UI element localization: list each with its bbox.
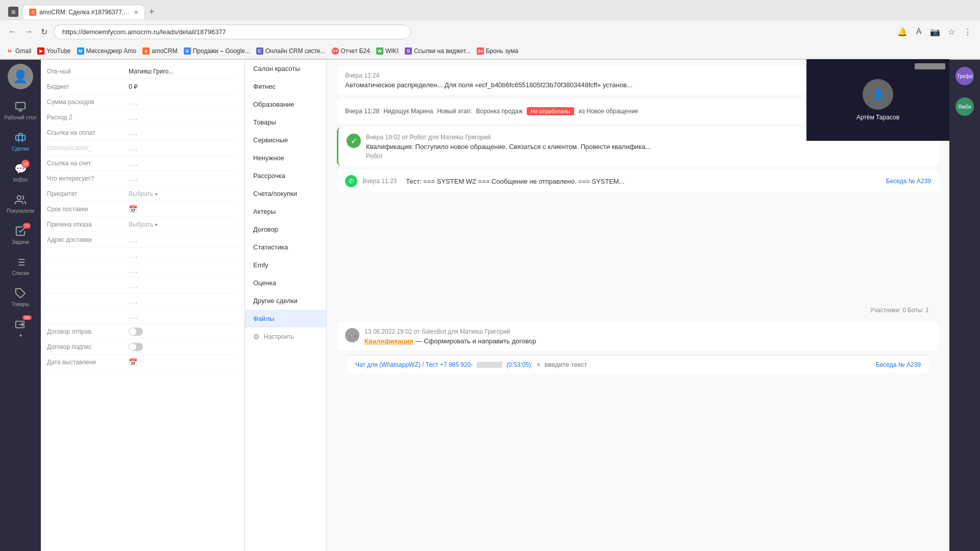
chat-text-input[interactable] bbox=[545, 361, 872, 368]
menu-item-statistics[interactable]: Статистика bbox=[245, 238, 326, 256]
stage-to: из Новое обращение bbox=[578, 108, 638, 115]
sidebar-item-customers[interactable]: Покупатели bbox=[2, 189, 39, 218]
menu-item-other-deals[interactable]: Другие сделки bbox=[245, 292, 326, 310]
customers-icon bbox=[13, 193, 28, 207]
bookmark-google[interactable]: G Продажи – Google... bbox=[184, 47, 250, 55]
sidebar-extra-label: ▾ bbox=[19, 333, 22, 338]
sidebar-item-tasks[interactable]: 71 Задачи bbox=[2, 220, 39, 249]
priority-value[interactable]: Выбрать ▾ bbox=[129, 190, 238, 197]
menu-item-beauty[interactable]: Салон красоты bbox=[245, 60, 326, 78]
contract-signed-toggle[interactable] bbox=[129, 343, 238, 351]
menu-item-settings[interactable]: ⚙ Настроить bbox=[245, 328, 326, 346]
field-invoice-link: Ссылка на счет ... bbox=[47, 156, 238, 171]
screenshot-icon[interactable]: 📷 bbox=[929, 26, 941, 38]
responsible-value[interactable]: Матияш Григо... bbox=[129, 68, 238, 75]
sidebar-item-deals[interactable]: Сделки bbox=[2, 127, 39, 156]
desktop-icon bbox=[13, 99, 28, 114]
empty-5-value[interactable]: ... bbox=[129, 312, 238, 321]
field-empty-3: ... bbox=[47, 278, 238, 293]
user-avatar[interactable]: 👤 bbox=[8, 64, 33, 89]
expense2-value[interactable]: ... bbox=[129, 113, 238, 122]
bookmark-wiki[interactable]: W WIKI bbox=[376, 47, 399, 55]
field-reject-reason: Причина отказа Выбрать ▾ bbox=[47, 217, 238, 232]
menu-item-products[interactable]: Товары bbox=[245, 113, 326, 131]
bookmark-gmail-label: Gmail bbox=[15, 47, 31, 55]
invoice-date-value[interactable]: 📅 bbox=[129, 358, 238, 366]
empty-1-value[interactable]: ... bbox=[129, 251, 238, 260]
sidebar-item-desktop[interactable]: Рабочий стол bbox=[2, 95, 39, 124]
tab-close-button[interactable]: × bbox=[134, 8, 138, 16]
active-tab[interactable]: a amoCRM: Сделка #18796377, д... × bbox=[22, 5, 145, 19]
video-person-name: Артём Тарасов bbox=[856, 114, 899, 121]
interested-label: Что интересует? bbox=[47, 175, 129, 182]
empty-2-value[interactable]: ... bbox=[129, 266, 238, 275]
invoice-link-value[interactable]: ... bbox=[129, 159, 238, 168]
translate-icon[interactable]: A bbox=[913, 26, 925, 38]
menu-item-invoices[interactable]: Счета/покупки bbox=[245, 185, 326, 203]
contract-sent-toggle[interactable] bbox=[129, 328, 238, 336]
expenses-value[interactable]: ... bbox=[129, 97, 238, 107]
new-tab-button[interactable]: + bbox=[145, 5, 159, 19]
address-bar[interactable]: https://demoemfycom.amocrm.ru/leads/deta… bbox=[54, 24, 411, 39]
chat-conversation-link[interactable]: Беседа № A239 bbox=[876, 361, 921, 368]
bookmark-crm-online[interactable]: C Онлайн CRM систе... bbox=[256, 47, 326, 55]
back-button[interactable]: ← bbox=[6, 25, 18, 38]
bookmark-wiki-label: WIKI bbox=[385, 47, 399, 55]
menu-item-rating[interactable]: Оценка bbox=[245, 274, 326, 292]
field-delivery-date: Срок поставки 📅 bbox=[47, 202, 238, 217]
links-favicon: S bbox=[405, 47, 412, 55]
chat-footer-dropdown[interactable]: ▾ bbox=[537, 361, 541, 368]
menu-item-emfy[interactable]: Emfy bbox=[245, 256, 326, 274]
bookmark-bron[interactable]: 24 Бронь зума bbox=[477, 47, 519, 55]
bookmark-youtube[interactable]: ▶ YouTube bbox=[37, 47, 70, 55]
right-sidebar-item-1[interactable]: Трефи bbox=[952, 64, 977, 90]
budget-value[interactable]: 0 ₽ bbox=[129, 83, 238, 90]
robot-message-text: Квалификация: Поступило новое обращение.… bbox=[366, 143, 651, 151]
menu-item-files[interactable]: Файлы bbox=[245, 310, 326, 328]
forward-button[interactable]: → bbox=[22, 25, 35, 38]
menu-item-contract[interactable]: Договор bbox=[245, 220, 326, 238]
contract-sent-label: Договор отправ. bbox=[47, 328, 129, 335]
bookmark-icon[interactable]: ☆ bbox=[945, 26, 958, 38]
amocrm-favicon: a bbox=[142, 47, 150, 55]
products-icon bbox=[13, 286, 28, 300]
field-budget: Бюджет 0 ₽ bbox=[47, 79, 238, 94]
bookmark-links[interactable]: S Ссылки на виджет... bbox=[405, 47, 471, 55]
interested-value[interactable]: ... bbox=[129, 174, 238, 183]
menu-item-service[interactable]: Сервисные bbox=[245, 131, 326, 149]
field-empty-1: ... bbox=[47, 247, 238, 263]
bookmark-amocrm[interactable]: a amoCRM bbox=[142, 47, 178, 55]
bookmark-messenger[interactable]: M Мессенджер Amo bbox=[77, 47, 137, 55]
menu-item-installment[interactable]: Рассрочка bbox=[245, 167, 326, 185]
menu-icon[interactable]: ⋮ bbox=[962, 26, 974, 38]
menu-item-unnecessary[interactable]: Ненужное bbox=[245, 149, 326, 167]
sidebar-item-imbox[interactable]: 💬 16 ImBox bbox=[2, 158, 39, 187]
bookmark-gmail[interactable]: M Gmail bbox=[6, 47, 31, 55]
payment-link-value[interactable]: ... bbox=[129, 128, 238, 137]
bookmark-report24[interactable]: 24 Отчет Б24 bbox=[332, 47, 370, 55]
delivery-address-value[interactable]: ... bbox=[129, 235, 238, 244]
delivery-date-value[interactable]: 📅 bbox=[129, 205, 238, 213]
field-invoice-date: Дата выставлени 📅 bbox=[47, 355, 238, 370]
empty-4-value[interactable]: ... bbox=[129, 296, 238, 306]
communication-value[interactable]: ... bbox=[129, 143, 238, 153]
menu-item-fitness[interactable]: Фитнес bbox=[245, 78, 326, 95]
reload-button[interactable]: ↻ bbox=[39, 25, 50, 39]
priority-label: Приоритет bbox=[47, 190, 129, 197]
right-sidebar-item-2[interactable]: Ямби bbox=[952, 94, 977, 121]
whatsapp-conversation-link[interactable]: Беседа № A239 bbox=[886, 178, 931, 185]
empty-3-value[interactable]: ... bbox=[129, 281, 238, 290]
settings-gear-icon: ⚙ bbox=[253, 333, 260, 341]
sidebar-item-extra[interactable]: 381 ▾ bbox=[2, 313, 39, 342]
chat-footer-link[interactable]: Чат для (WhatsappWZ) / Тест +7 985 920- bbox=[355, 361, 473, 368]
notifications-icon[interactable]: 🔔 bbox=[896, 26, 909, 38]
reject-reason-value[interactable]: Выбрать ▾ bbox=[129, 221, 238, 228]
video-status-bar bbox=[915, 63, 945, 69]
sidebar-item-lists[interactable]: Списки bbox=[2, 251, 39, 280]
tab-favicon: a bbox=[29, 9, 36, 16]
menu-item-education[interactable]: Образование bbox=[245, 95, 326, 113]
menu-item-actors[interactable]: Актеры bbox=[245, 203, 326, 220]
video-overlay: 👤 Артём Тарасов bbox=[806, 59, 949, 141]
sidebar-item-products[interactable]: Товары bbox=[2, 282, 39, 311]
crm-online-favicon: C bbox=[256, 47, 263, 55]
